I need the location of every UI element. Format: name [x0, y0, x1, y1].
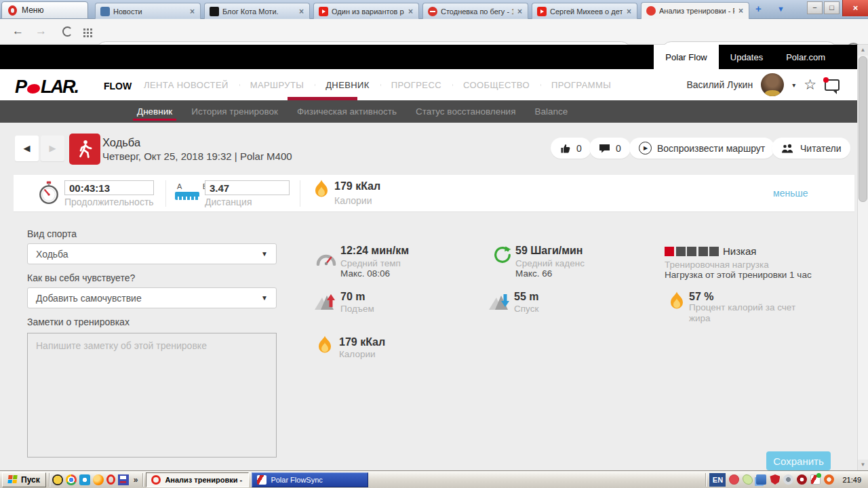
- favorites-star-icon[interactable]: ☆: [804, 77, 816, 93]
- browser-menu-button[interactable]: Меню: [1, 1, 88, 19]
- tab-close-icon[interactable]: ×: [626, 7, 632, 16]
- start-button[interactable]: Пуск: [2, 472, 46, 487]
- tab-stodnevka[interactable]: Стодневка по бегу - 12 ×: [422, 3, 528, 19]
- subnav-recovery-status[interactable]: Статус восстановления: [406, 100, 526, 123]
- tab-close-icon[interactable]: ×: [408, 7, 414, 16]
- scroll-up-icon[interactable]: ▲: [858, 45, 868, 56]
- save-button[interactable]: Сохранить: [766, 451, 831, 470]
- nav-item-feed[interactable]: ЛЕНТА НОВОСТЕЙ: [133, 80, 239, 90]
- nav-item-routes[interactable]: МАРШРУТЫ: [239, 80, 315, 90]
- sport-type-select[interactable]: Ходьба ▼: [27, 243, 277, 264]
- ascent-icon: [315, 291, 336, 310]
- subnav-activity[interactable]: Физическая активность: [288, 100, 406, 123]
- opera-task-icon: [151, 475, 161, 485]
- summary-panel: Продолжительность A B Дистанция 179 кКал…: [14, 175, 854, 212]
- subnav-diary[interactable]: Дневник: [127, 100, 182, 123]
- load-square-empty: [676, 247, 686, 256]
- tab-polar-active[interactable]: Анализ тренировки - Po ×: [641, 2, 749, 19]
- fat-percent-label: Процент калорий за счет жира: [689, 302, 814, 324]
- browser-address-bar: ← → flow.polar.com/training/analysis/293…: [0, 19, 868, 45]
- vk-favicon: [100, 7, 110, 16]
- system-tray: EN 21:49: [705, 473, 866, 487]
- page-scrollbar[interactable]: ▲ ▼: [857, 45, 868, 470]
- scrollbar-thumb[interactable]: [859, 56, 867, 202]
- browser-tab-bar: Меню Новости × Блог Кота Моти. × Один из…: [0, 0, 868, 19]
- tab-close-icon[interactable]: ×: [189, 7, 195, 16]
- notes-textarea[interactable]: [27, 333, 277, 458]
- quicklaunch-overflow-chevrons[interactable]: »: [132, 475, 140, 485]
- quicklaunch-dcpp-icon[interactable]: [52, 474, 63, 485]
- distance-input[interactable]: [205, 180, 290, 195]
- duration-input[interactable]: [64, 180, 154, 195]
- tab-youtube-2[interactable]: Сергей Михеев о детс ×: [532, 3, 637, 19]
- forward-icon[interactable]: →: [35, 24, 47, 38]
- quicklaunch-app-icon[interactable]: [79, 474, 90, 485]
- reload-icon[interactable]: [62, 26, 73, 37]
- window-maximize-button[interactable]: □: [824, 1, 840, 14]
- stopwatch-icon: [38, 181, 60, 205]
- tray-red-app-icon[interactable]: [729, 474, 739, 485]
- quicklaunch-save-icon[interactable]: [118, 474, 129, 485]
- topbar-updates[interactable]: Updates: [719, 45, 774, 69]
- tab-close-icon[interactable]: ×: [298, 7, 304, 16]
- opera-logo-icon: [8, 5, 17, 16]
- tray-webcam-icon[interactable]: [783, 474, 793, 485]
- cadence-label: Средний каденс: [515, 258, 585, 268]
- tray-leaf-icon[interactable]: [743, 474, 753, 485]
- tray-avast-icon[interactable]: [824, 474, 834, 485]
- next-session-button[interactable]: ▶: [41, 136, 64, 161]
- summary-calories-label: Калории: [334, 195, 372, 206]
- taskbar-separator: [142, 473, 143, 487]
- task-button-flowsync[interactable]: Polar FlowSync: [252, 472, 368, 487]
- descent-icon: [489, 291, 511, 310]
- subnav-training-history[interactable]: История тренировок: [182, 100, 288, 123]
- previous-session-button[interactable]: ◀: [15, 136, 39, 161]
- descent-value: 55 m: [514, 291, 538, 303]
- scroll-down-icon[interactable]: ▼: [858, 460, 868, 470]
- nav-item-progress[interactable]: ПРОГРЕСС: [380, 80, 452, 90]
- nav-item-diary[interactable]: ДНЕВНИК: [315, 80, 380, 90]
- subnav-balance[interactable]: Balance: [525, 100, 577, 123]
- readers-button[interactable]: Читатели: [772, 138, 850, 159]
- task-button-analysis[interactable]: Анализ тренировки - ...: [146, 472, 249, 487]
- tray-flowsync-icon[interactable]: [810, 474, 821, 485]
- feeling-select[interactable]: Добавить самочувствие ▼: [27, 287, 277, 308]
- show-less-link[interactable]: меньше: [773, 188, 808, 199]
- user-menu-caret-icon[interactable]: ▾: [792, 81, 795, 89]
- polar-logo-o: [26, 84, 41, 94]
- nav-item-programs[interactable]: ПРОГРАММЫ: [540, 80, 622, 90]
- polar-logo[interactable]: P LAR.: [15, 77, 78, 98]
- tab-close-icon[interactable]: ×: [517, 7, 523, 16]
- comments-button[interactable]: 0: [589, 138, 631, 159]
- polar-favicon: [646, 6, 656, 16]
- topbar-polar-flow[interactable]: Polar Flow: [654, 45, 718, 69]
- window-minimize-button[interactable]: −: [807, 1, 823, 14]
- speed-dial-icon[interactable]: [83, 28, 92, 37]
- replay-route-button[interactable]: ▶ Воспроизвести маршрут: [629, 138, 774, 159]
- quicklaunch-chrome-icon[interactable]: [66, 474, 77, 485]
- tray-antivirus-icon[interactable]: [797, 474, 807, 485]
- tab-novosti[interactable]: Новости ×: [95, 3, 201, 19]
- user-name[interactable]: Василий Лукин: [686, 79, 753, 90]
- language-indicator[interactable]: EN: [709, 473, 726, 487]
- tab-menu-button[interactable]: ▼: [777, 5, 785, 13]
- diary-active-underline: [288, 97, 357, 100]
- tab-blog-kota[interactable]: Блог Кота Моти. ×: [204, 3, 310, 19]
- tab-youtube-1[interactable]: Один из вариантов раз ×: [313, 3, 419, 19]
- topbar-polarcom[interactable]: Polar.com: [774, 45, 837, 69]
- tab-close-icon[interactable]: ×: [738, 6, 744, 16]
- tray-shield-icon[interactable]: [770, 474, 780, 485]
- window-close-button[interactable]: ×: [842, 0, 868, 16]
- messages-icon[interactable]: [825, 79, 840, 91]
- quicklaunch-opera-icon[interactable]: [106, 474, 115, 485]
- avatar[interactable]: [761, 73, 784, 96]
- nav-item-community[interactable]: СООБЩЕСТВО: [452, 80, 540, 90]
- new-tab-button[interactable]: +: [755, 3, 762, 14]
- tray-network-icon[interactable]: [756, 474, 766, 485]
- distance-ruler-icon: [175, 192, 199, 200]
- like-button[interactable]: 0: [551, 138, 591, 159]
- quicklaunch-firefox-icon[interactable]: [93, 474, 104, 485]
- walker-icon: [75, 139, 95, 159]
- load-square-empty: [698, 247, 708, 256]
- back-icon[interactable]: ←: [12, 24, 24, 38]
